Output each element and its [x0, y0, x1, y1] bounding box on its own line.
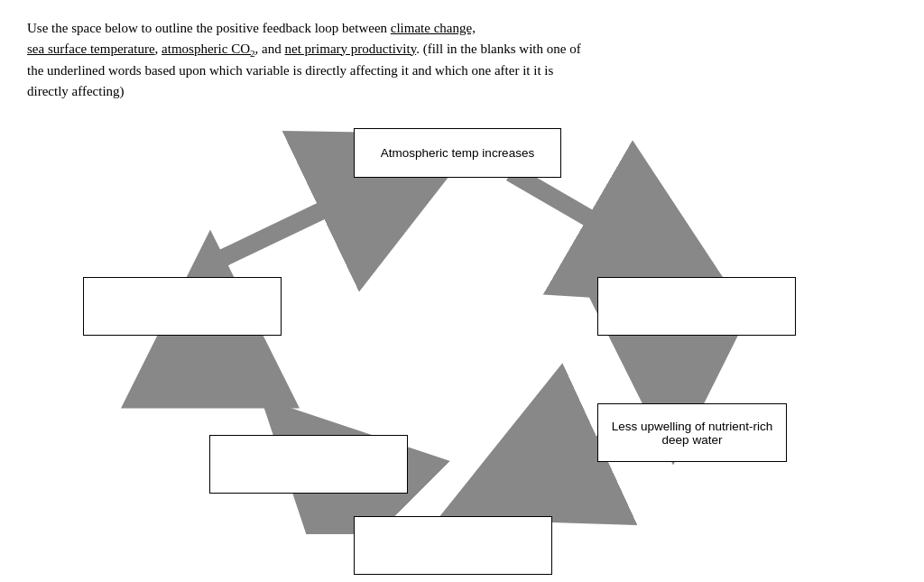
box-bottom-center: [354, 516, 552, 575]
box-left: [83, 277, 282, 336]
instructions-text: Use the space below to outline the posit…: [27, 18, 884, 101]
box-right: [597, 277, 796, 336]
link-climate-change: climate change,: [391, 21, 476, 35]
link-net-primary: net primary productivity: [285, 42, 417, 56]
box-top: Atmospheric temp increases: [354, 128, 561, 178]
box-bottom-left: [209, 435, 408, 494]
link-atmospheric-co2: atmospheric CO2: [162, 42, 255, 56]
box-bottom-right: Less upwelling of nutrient-richdeep wate…: [597, 403, 787, 462]
link-sea-surface: sea surface temperature: [27, 42, 155, 56]
diagram-area: Atmospheric temp increases Less upwellin…: [56, 128, 868, 534]
